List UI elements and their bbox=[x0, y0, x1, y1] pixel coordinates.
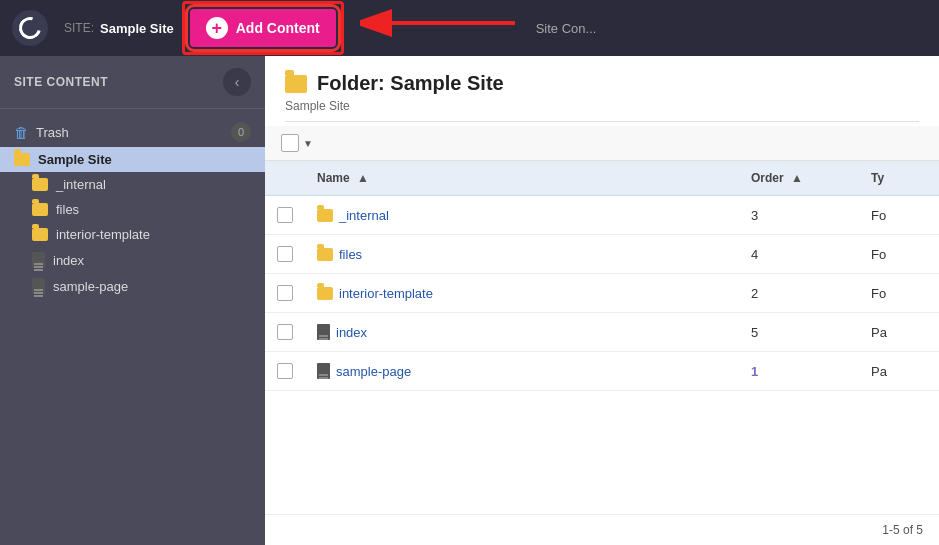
row-name-cell: index bbox=[305, 313, 739, 352]
sidebar-item-files[interactable]: files bbox=[0, 197, 265, 222]
folder-icon-internal bbox=[32, 178, 48, 191]
table-row: index5Pa bbox=[265, 313, 939, 352]
sidebar-item-internal[interactable]: _internal bbox=[0, 172, 265, 197]
folder-title-text: Folder: Sample Site bbox=[317, 72, 504, 95]
row-type-cell: Fo bbox=[859, 235, 939, 274]
sidebar-tree: 🗑 Trash 0 Sample Site _internal files in… bbox=[0, 109, 265, 545]
row-order: 4 bbox=[751, 247, 758, 262]
sidebar-item-interior-template[interactable]: interior-template bbox=[0, 222, 265, 247]
folder-icon-sample-site bbox=[14, 153, 30, 166]
sidebar: SITE CONTENT ‹ 🗑 Trash 0 Sample Site _in… bbox=[0, 56, 265, 545]
row-name[interactable]: index bbox=[336, 325, 367, 340]
row-type-cell: Fo bbox=[859, 196, 939, 235]
sample-page-label: sample-page bbox=[53, 279, 128, 294]
dropdown-arrow-icon[interactable]: ▼ bbox=[303, 138, 313, 149]
site-content-tab[interactable]: Site Con... bbox=[536, 21, 597, 36]
row-name-cell: sample-page bbox=[305, 352, 739, 391]
row-name[interactable]: interior-template bbox=[339, 286, 433, 301]
content-area: Folder: Sample Site Sample Site ▼ Name ▲ bbox=[265, 56, 939, 545]
site-label: SITE: bbox=[64, 21, 94, 35]
page-icon-sample-page bbox=[32, 278, 45, 294]
row-order-cell: 5 bbox=[739, 313, 859, 352]
row-name[interactable]: sample-page bbox=[336, 364, 411, 379]
row-name[interactable]: _internal bbox=[339, 208, 389, 223]
row-checkbox[interactable] bbox=[277, 246, 293, 262]
row-checkbox-cell bbox=[265, 313, 305, 352]
files-label: files bbox=[56, 202, 79, 217]
plus-icon: + bbox=[206, 17, 228, 39]
row-folder-icon bbox=[317, 248, 333, 261]
logo-shape bbox=[15, 13, 45, 43]
trash-label: Trash bbox=[36, 125, 69, 140]
folder-title-icon bbox=[285, 75, 307, 93]
row-order-cell: 3 bbox=[739, 196, 859, 235]
sample-site-label: Sample Site bbox=[38, 152, 112, 167]
red-arrow-annotation bbox=[360, 3, 520, 51]
add-content-label: Add Content bbox=[236, 20, 320, 36]
toolbar: ▼ bbox=[265, 126, 939, 161]
sidebar-header: SITE CONTENT ‹ bbox=[0, 56, 265, 109]
breadcrumb: Sample Site bbox=[285, 99, 919, 122]
arrow-container bbox=[360, 3, 520, 54]
row-checkbox-cell bbox=[265, 235, 305, 274]
order-sort-arrow: ▲ bbox=[791, 171, 803, 185]
pagination: 1-5 of 5 bbox=[265, 514, 939, 545]
main-layout: SITE CONTENT ‹ 🗑 Trash 0 Sample Site _in… bbox=[0, 56, 939, 545]
table-row: interior-template2Fo bbox=[265, 274, 939, 313]
row-order-cell: 4 bbox=[739, 235, 859, 274]
row-name[interactable]: files bbox=[339, 247, 362, 262]
trash-badge: 0 bbox=[231, 122, 251, 142]
add-content-wrapper: + Add Content bbox=[190, 9, 336, 47]
row-name-cell: interior-template bbox=[305, 274, 739, 313]
sidebar-item-trash[interactable]: 🗑 Trash 0 bbox=[0, 117, 265, 147]
row-checkbox[interactable] bbox=[277, 324, 293, 340]
sidebar-item-sample-site[interactable]: Sample Site bbox=[0, 147, 265, 172]
th-checkbox bbox=[265, 161, 305, 196]
th-type: Ty bbox=[859, 161, 939, 196]
content-table: Name ▲ Order ▲ Ty _internal3Fofiles4Foin… bbox=[265, 161, 939, 514]
header: SITE: Sample Site + Add Content Site Con… bbox=[0, 0, 939, 56]
table-row: files4Fo bbox=[265, 235, 939, 274]
interior-template-label: interior-template bbox=[56, 227, 150, 242]
site-name: Sample Site bbox=[100, 21, 174, 36]
row-type-cell: Fo bbox=[859, 274, 939, 313]
row-folder-icon bbox=[317, 209, 333, 222]
logo bbox=[12, 10, 48, 46]
folder-title: Folder: Sample Site bbox=[285, 72, 919, 95]
page-icon-index bbox=[32, 252, 45, 268]
row-order: 3 bbox=[751, 208, 758, 223]
row-page-icon bbox=[317, 324, 330, 340]
row-name-cell: _internal bbox=[305, 196, 739, 235]
sidebar-title: SITE CONTENT bbox=[14, 75, 108, 89]
select-all-checkbox[interactable] bbox=[281, 134, 299, 152]
row-checkbox-cell bbox=[265, 274, 305, 313]
collapse-sidebar-button[interactable]: ‹ bbox=[223, 68, 251, 96]
sidebar-item-index[interactable]: index bbox=[0, 247, 265, 273]
row-order: 2 bbox=[751, 286, 758, 301]
add-content-button[interactable]: + Add Content bbox=[190, 9, 336, 47]
trash-icon: 🗑 bbox=[14, 124, 28, 140]
table-body: _internal3Fofiles4Fointerior-template2Fo… bbox=[265, 196, 939, 391]
row-checkbox-cell bbox=[265, 352, 305, 391]
table-row: _internal3Fo bbox=[265, 196, 939, 235]
row-order-cell: 2 bbox=[739, 274, 859, 313]
sidebar-item-sample-page[interactable]: sample-page bbox=[0, 273, 265, 299]
row-type-cell: Pa bbox=[859, 313, 939, 352]
row-checkbox[interactable] bbox=[277, 285, 293, 301]
folder-icon-interior-template bbox=[32, 228, 48, 241]
row-checkbox[interactable] bbox=[277, 207, 293, 223]
internal-label: _internal bbox=[56, 177, 106, 192]
th-name[interactable]: Name ▲ bbox=[305, 161, 739, 196]
row-order: 5 bbox=[751, 325, 758, 340]
table-header: Name ▲ Order ▲ Ty bbox=[265, 161, 939, 196]
row-order: 1 bbox=[751, 364, 758, 379]
row-page-icon bbox=[317, 363, 330, 379]
row-name-cell: files bbox=[305, 235, 739, 274]
row-order-cell: 1 bbox=[739, 352, 859, 391]
row-checkbox[interactable] bbox=[277, 363, 293, 379]
site-info: SITE: Sample Site bbox=[64, 21, 174, 36]
index-label: index bbox=[53, 253, 84, 268]
folder-icon-files bbox=[32, 203, 48, 216]
name-sort-arrow: ▲ bbox=[357, 171, 369, 185]
th-order[interactable]: Order ▲ bbox=[739, 161, 859, 196]
